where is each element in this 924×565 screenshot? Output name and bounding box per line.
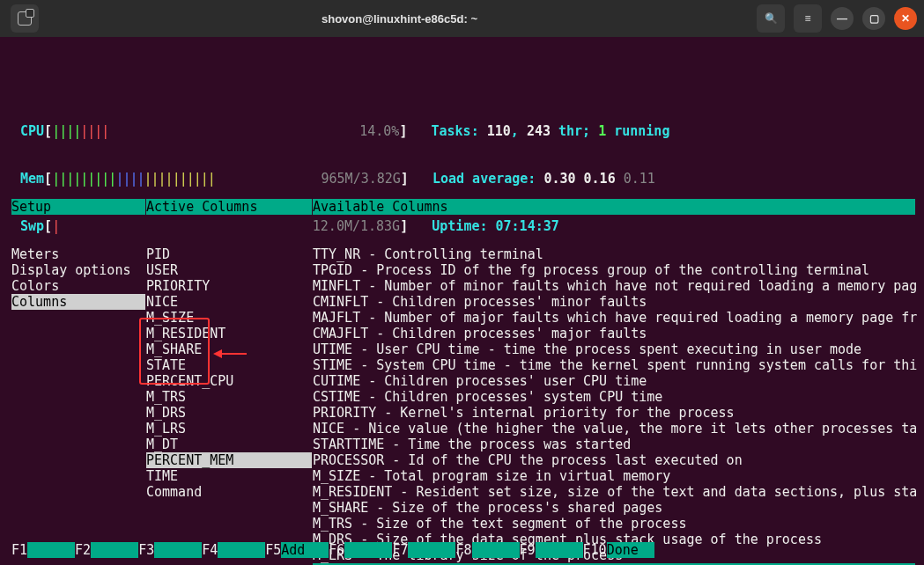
fkey-action[interactable]	[536, 542, 583, 558]
available-col-item[interactable]: TTY_NR - Controlling terminal	[313, 246, 915, 262]
tasks-label: Tasks:	[432, 123, 487, 139]
fkey-action[interactable]: Add	[281, 542, 329, 558]
active-col-item[interactable]: PID	[146, 246, 312, 262]
menu-icon: ≡	[804, 12, 810, 25]
active-col-item[interactable]: PRIORITY	[146, 278, 312, 294]
available-col-item[interactable]: CMAJFLT - Children processes' major faul…	[313, 326, 915, 341]
active-col-item[interactable]: M_RESIDENT	[146, 326, 312, 341]
available-col-item[interactable]: MINFLT - Number of minor faults which ha…	[313, 278, 915, 294]
fkey-action[interactable]	[91, 542, 138, 558]
active-col-item[interactable]: M_DT	[146, 437, 312, 452]
available-col-item[interactable]: STIME - System CPU time - time the kerne…	[313, 357, 915, 373]
fkey-label: F2	[75, 542, 91, 558]
maximize-button[interactable]: ▢	[862, 7, 885, 30]
fkey-label: F6	[329, 542, 344, 558]
available-col-item[interactable]: TPGID - Process ID of the fg process gro…	[313, 262, 915, 278]
fkey-action[interactable]	[154, 542, 202, 558]
fkey-action[interactable]	[27, 542, 75, 558]
available-col-item[interactable]: CMINFLT - Children processes' minor faul…	[313, 294, 915, 310]
active-col-item[interactable]: Command	[146, 484, 312, 500]
tasks-procs: 110	[487, 123, 511, 139]
minimize-icon: —	[837, 12, 847, 25]
active-columns: Active Columns PIDUSERPRIORITYNICEM_SIZE…	[146, 167, 312, 532]
menu-button[interactable]: ≡	[794, 4, 822, 33]
fkey-label: F5	[265, 542, 281, 558]
setup-column: Setup MetersDisplay optionsColorsColumns	[11, 167, 145, 341]
cpu-pct: 14.0%	[359, 123, 399, 139]
cpu-label: CPU	[20, 123, 44, 139]
close-icon: ✕	[901, 12, 910, 25]
available-col-item[interactable]: STARTTIME - Time the process was started	[313, 437, 915, 452]
window-titlebar: shovon@linuxhint-e86c5d: ~ 🔍 ≡ — ▢ ✕	[0, 0, 924, 37]
close-button[interactable]: ✕	[894, 7, 917, 30]
setup-item[interactable]: Meters	[11, 246, 145, 262]
new-tab-button[interactable]	[11, 4, 39, 33]
fkey-action[interactable]	[472, 542, 520, 558]
active-col-item[interactable]: M_DRS	[146, 405, 312, 421]
search-button[interactable]: 🔍	[757, 4, 785, 33]
available-col-item[interactable]: M_TRS - Size of the text segment of the …	[313, 516, 915, 532]
active-col-item[interactable]: PERCENT_CPU	[146, 373, 312, 389]
minimize-button[interactable]: —	[831, 7, 854, 30]
window-title: shovon@linuxhint-e86c5d: ~	[42, 12, 757, 26]
active-header: Active Columns	[146, 199, 312, 215]
active-col-item[interactable]: PERCENT_MEM	[146, 452, 312, 468]
fkey-label: F3	[138, 542, 154, 558]
active-col-item[interactable]: M_LRS	[146, 421, 312, 437]
fkey-label: F4	[202, 542, 218, 558]
available-col-item[interactable]: UTIME - User CPU time - time the process…	[313, 341, 915, 357]
active-col-item[interactable]: M_SHARE	[146, 341, 312, 357]
fkey-action[interactable]	[344, 542, 392, 558]
available-col-item[interactable]: M_SHARE - Size of the process's shared p…	[313, 500, 915, 516]
setup-item[interactable]: Display options	[11, 262, 145, 278]
available-col-item[interactable]: M_SIZE - Total program size in virtual m…	[313, 468, 915, 484]
available-col-item[interactable]: PROCESSOR - Id of the CPU the process la…	[313, 452, 915, 468]
fkey-action[interactable]: Done	[607, 542, 654, 558]
fkey-label: F1	[11, 542, 27, 558]
available-col-item[interactable]: NICE - Nice value (the higher the value,…	[313, 421, 915, 437]
maximize-icon: ▢	[869, 12, 879, 25]
active-col-item[interactable]: M_TRS	[146, 389, 312, 405]
active-col-item[interactable]: NICE	[146, 294, 312, 310]
available-col-item[interactable]: PRIORITY - Kernel's internal priority fo…	[313, 405, 915, 421]
setup-item[interactable]: Columns	[11, 294, 145, 310]
fkey-action[interactable]	[408, 542, 455, 558]
setup-header: Setup	[11, 199, 145, 215]
setup-item[interactable]: Colors	[11, 278, 145, 294]
fkey-label: F7	[392, 542, 408, 558]
new-tab-icon	[18, 11, 32, 26]
available-col-item[interactable]: MAJFLT - Number of major faults which ha…	[313, 310, 915, 326]
active-col-item[interactable]: M_SIZE	[146, 310, 312, 326]
fkey-label: F10	[583, 542, 607, 558]
available-columns: Available Columns TTY_NR - Controlling t…	[313, 167, 915, 565]
fkey-label: F8	[455, 542, 471, 558]
tasks-thr: 243	[527, 123, 551, 139]
fkey-label: F9	[520, 542, 536, 558]
terminal[interactable]: CPU[||||||||14.0%] Tasks: 110, 243 thr; …	[0, 37, 924, 565]
tasks-running: 1	[598, 123, 606, 139]
function-key-bar: F1 F2 F3 F4 F5Add F6 F7 F8 F9 F10Done	[11, 542, 654, 558]
available-col-item[interactable]: CUTIME - Children processes' user CPU ti…	[313, 373, 915, 389]
fkey-action[interactable]	[218, 542, 265, 558]
active-col-item[interactable]: USER	[146, 262, 312, 278]
active-col-item[interactable]: STATE	[146, 357, 312, 373]
search-icon: 🔍	[765, 12, 778, 25]
available-col-item[interactable]: CSTIME - Children processes' system CPU …	[313, 389, 915, 405]
active-col-item[interactable]: TIME	[146, 468, 312, 484]
available-header: Available Columns	[313, 199, 915, 215]
available-col-item[interactable]: M_RESIDENT - Resident set size, size of …	[313, 484, 915, 500]
